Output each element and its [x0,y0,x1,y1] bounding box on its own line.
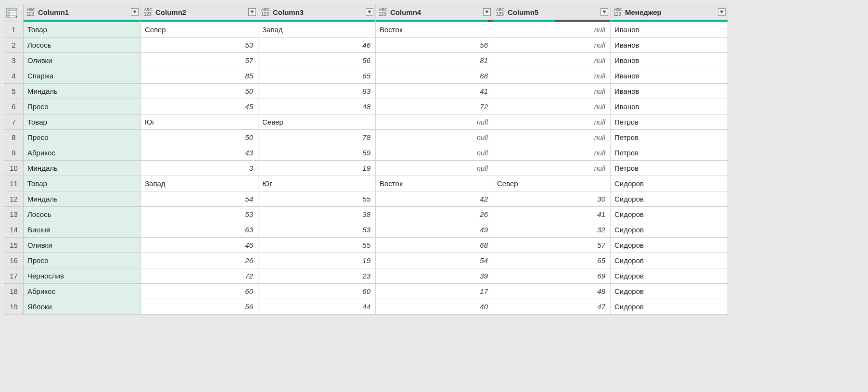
cell[interactable]: null [493,99,611,114]
column-header-2[interactable]: ABC123Column2 [141,4,258,22]
cell[interactable]: Миндаль [24,84,141,99]
row-number[interactable]: 19 [4,299,24,315]
column-header-5[interactable]: ABC123Column5 [493,4,611,22]
cell[interactable]: Петров [611,114,728,130]
row-number[interactable]: 7 [4,114,24,130]
cell[interactable]: Лосось [24,38,141,53]
select-all-corner[interactable] [4,4,24,22]
cell[interactable]: Яблоки [24,299,141,315]
filter-dropdown-icon[interactable] [366,8,373,16]
cell[interactable]: Иванов [611,22,728,38]
cell[interactable]: Товар [24,114,141,130]
row-number[interactable]: 13 [4,207,24,222]
row-number[interactable]: 18 [4,284,24,299]
cell[interactable]: 55 [258,238,376,253]
cell[interactable]: 44 [258,299,376,315]
cell[interactable]: 72 [141,268,258,284]
cell[interactable]: Просо [24,253,141,268]
cell[interactable]: Иванов [611,84,728,99]
filter-dropdown-icon[interactable] [248,8,256,16]
cell[interactable]: null [493,161,611,176]
cell[interactable]: Петров [611,161,728,176]
filter-dropdown-icon[interactable] [483,8,491,16]
cell[interactable]: 72 [376,99,493,114]
cell[interactable]: 50 [141,84,258,99]
row-number[interactable]: 17 [4,268,24,284]
cell[interactable]: Сидоров [611,191,728,207]
cell[interactable]: 53 [141,207,258,222]
cell[interactable]: 50 [141,130,258,145]
cell[interactable]: 56 [376,38,493,53]
cell[interactable]: 32 [493,222,611,238]
cell[interactable]: 19 [258,161,376,176]
cell[interactable]: 42 [376,191,493,207]
column-header-4[interactable]: ABC123Column4 [376,4,493,22]
cell[interactable]: Просо [24,130,141,145]
cell[interactable]: 57 [493,238,611,253]
cell[interactable]: 46 [258,38,376,53]
cell[interactable]: Миндаль [24,161,141,176]
cell[interactable]: Миндаль [24,191,141,207]
cell[interactable]: 39 [376,268,493,284]
cell[interactable]: 47 [493,299,611,315]
row-number[interactable]: 1 [4,22,24,38]
cell[interactable]: 41 [493,207,611,222]
cell[interactable]: 41 [376,84,493,99]
cell[interactable]: null [493,38,611,53]
cell[interactable]: null [493,84,611,99]
cell[interactable]: 60 [141,284,258,299]
cell[interactable]: Сидоров [611,176,728,191]
cell[interactable]: 57 [141,53,258,68]
row-number[interactable]: 10 [4,161,24,176]
cell[interactable]: 53 [258,222,376,238]
cell[interactable]: null [493,68,611,84]
cell[interactable]: Лосось [24,207,141,222]
cell[interactable]: null [376,114,493,130]
cell[interactable]: 19 [258,253,376,268]
row-number[interactable]: 14 [4,222,24,238]
row-number[interactable]: 9 [4,145,24,161]
cell[interactable]: Север [258,114,376,130]
cell[interactable]: Иванов [611,53,728,68]
cell[interactable]: 40 [376,299,493,315]
cell[interactable]: null [493,114,611,130]
cell[interactable]: 69 [493,268,611,284]
cell[interactable]: 54 [141,191,258,207]
cell[interactable]: 26 [141,253,258,268]
column-header-6[interactable]: ABC123Менеджер [611,4,728,22]
cell[interactable]: Сидоров [611,238,728,253]
cell[interactable]: Вишня [24,222,141,238]
row-number[interactable]: 6 [4,99,24,114]
row-number[interactable]: 16 [4,253,24,268]
row-number[interactable]: 5 [4,84,24,99]
cell[interactable]: Абрикос [24,145,141,161]
cell[interactable]: 3 [141,161,258,176]
cell[interactable]: Товар [24,22,141,38]
cell[interactable]: null [376,130,493,145]
cell[interactable]: Запад [141,176,258,191]
cell[interactable]: Иванов [611,38,728,53]
cell[interactable]: 63 [141,222,258,238]
cell[interactable]: null [493,22,611,38]
cell[interactable]: Оливки [24,238,141,253]
cell[interactable]: 65 [493,253,611,268]
cell[interactable]: Абрикос [24,284,141,299]
cell[interactable]: Оливки [24,53,141,68]
cell[interactable]: Север [141,22,258,38]
row-number[interactable]: 2 [4,38,24,53]
cell[interactable]: Спаржа [24,68,141,84]
cell[interactable]: 38 [258,207,376,222]
cell[interactable]: 53 [141,38,258,53]
row-number[interactable]: 15 [4,238,24,253]
cell[interactable]: null [376,145,493,161]
row-number[interactable]: 8 [4,130,24,145]
cell[interactable]: null [376,161,493,176]
cell[interactable]: 23 [258,268,376,284]
cell[interactable]: Юг [258,176,376,191]
cell[interactable]: 49 [376,222,493,238]
column-header-1[interactable]: ABC123Column1 [24,4,141,22]
cell[interactable]: Восток [376,176,493,191]
cell[interactable]: 60 [258,284,376,299]
cell[interactable]: 68 [376,238,493,253]
cell[interactable]: Восток [376,22,493,38]
